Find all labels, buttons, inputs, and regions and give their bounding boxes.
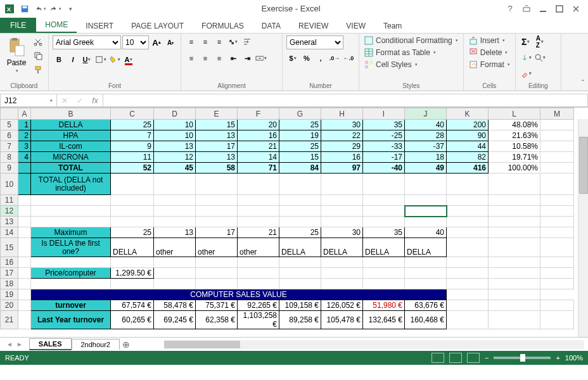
format-as-table-button[interactable]: Format as Table▾ [363,48,437,58]
paste-button[interactable]: Paste▾ [4,35,29,75]
decrease-indent-icon[interactable]: ⇤ [227,52,240,65]
svg-rect-21 [369,61,373,64]
align-center-icon[interactable]: ≡ [199,52,212,65]
collapse-ribbon-icon[interactable]: ˆ [582,79,584,88]
enter-formula-icon[interactable]: ✓ [72,96,87,105]
cell-styles-button[interactable]: Cell Styles▾ [363,60,419,70]
insert-cells-button[interactable]: Insert▾ [468,35,506,46]
table-row: 51DELLA251015202530354020048.08% [1,120,574,130]
horizontal-scrollbar[interactable] [164,340,584,349]
font-size-select[interactable]: 10 [122,35,149,49]
worksheet-grid[interactable]: ABCDEFGHIJKLM 51DELLA2510152025303540200… [0,108,588,337]
file-tab[interactable]: FILE [0,18,36,33]
tab-formulas[interactable]: FORMULAS [193,19,253,33]
bold-button[interactable]: B [53,53,65,66]
increase-indent-icon[interactable]: ⇥ [241,52,253,65]
cancel-formula-icon[interactable]: ✕ [57,96,72,105]
delete-cells-button[interactable]: Delete▾ [468,48,509,58]
group-alignment: ≡ ≡ ≡ ⤡▾ ≡ ≡ ≡ ⇤ ⇥ ▾ Alignment [181,34,283,91]
active-cell [405,206,447,217]
cut-icon[interactable] [32,35,44,48]
fill-color-icon[interactable]: ▾ [108,53,121,66]
orientation-icon[interactable]: ⤡▾ [227,35,240,48]
copy-icon[interactable] [32,49,44,62]
font-name-select[interactable]: Arial Greek [53,35,121,49]
minimize-icon[interactable] [535,2,551,16]
find-icon[interactable]: ▾ [534,51,546,64]
table-row: 73IL-com91317212529-33-374410.58% [1,141,574,152]
excel-icon[interactable]: X [3,2,16,16]
increase-decimal-icon[interactable]: .0→ [328,52,341,65]
font-label: Font [53,82,177,89]
zoom-in-button[interactable]: + [556,354,559,362]
tab-home[interactable]: HOME [36,18,77,33]
maximize-icon[interactable] [551,2,568,16]
align-bottom-icon[interactable]: ≡ [213,35,226,48]
help-icon[interactable]: ? [502,2,518,16]
border-icon[interactable]: ▾ [94,53,107,66]
sheet-next-icon: ► [16,341,23,348]
name-box[interactable]: J12▾ [0,94,57,107]
increase-font-icon[interactable]: A▴ [150,36,163,49]
zoom-out-button[interactable]: − [485,354,489,362]
currency-icon[interactable]: $▾ [286,52,299,65]
table-row: 21Last Year turnover60,265 €69,245 €62,3… [1,311,574,329]
align-middle-icon[interactable]: ≡ [199,35,212,48]
underline-button[interactable]: U▾ [80,53,93,66]
zoom-level[interactable]: 100% [565,354,583,362]
align-right-icon[interactable]: ≡ [213,52,226,65]
page-break-view-icon[interactable] [467,353,480,363]
decrease-font-icon[interactable]: A▾ [164,36,177,49]
tab-data[interactable]: DATA [253,19,290,33]
column-headers[interactable]: ABCDEFGHIJKLM [1,108,574,120]
sheet-tab-2ndhour2[interactable]: 2ndhour2 [72,339,120,350]
qat-customize-icon[interactable]: ▾ [63,2,77,16]
svg-rect-23 [369,65,373,68]
italic-button[interactable]: I [67,53,79,66]
save-icon[interactable] [18,2,32,16]
comma-icon[interactable]: , [314,52,327,65]
undo-icon[interactable]: ▾ [33,2,47,16]
fill-icon[interactable]: ▾ [520,51,532,64]
redo-icon[interactable]: ▾ [48,2,62,16]
normal-view-icon[interactable] [431,353,444,363]
tab-team[interactable]: Team [374,19,411,33]
align-top-icon[interactable]: ≡ [185,35,198,48]
table-row: 12 [1,206,574,217]
wrap-text-icon[interactable] [241,35,253,48]
percent-icon[interactable]: % [300,52,313,65]
tab-review[interactable]: REVIEW [290,19,337,33]
merge-center-icon[interactable]: ▾ [255,52,267,65]
svg-rect-6 [556,6,563,12]
tab-view[interactable]: VIEW [337,19,374,33]
page-layout-view-icon[interactable] [449,353,462,363]
vertical-scrollbar[interactable] [578,119,588,337]
svg-rect-20 [365,61,368,64]
conditional-formatting-button[interactable]: Conditional Formatting▾ [363,35,459,46]
sort-filter-icon[interactable]: AZ▾ [534,35,546,48]
paste-label: Paste [7,58,27,67]
svg-rect-24 [470,39,476,44]
sheet-prev-icon: ◄ [6,341,13,348]
number-format-select[interactable]: General [286,35,343,49]
clipboard-label: Clipboard [4,82,44,89]
tab-page-layout[interactable]: PAGE LAYOUT [122,19,193,33]
tab-insert[interactable]: INSERT [77,19,122,33]
clear-icon[interactable]: ▾ [520,67,532,80]
sheet-tab-sales[interactable]: SALES [29,338,72,350]
autosum-icon[interactable]: Σ▾ [520,35,532,48]
fx-icon[interactable]: fx [87,96,103,105]
format-cells-button[interactable]: Format▾ [468,60,511,70]
svg-rect-3 [23,6,27,8]
align-left-icon[interactable]: ≡ [185,52,198,65]
close-icon[interactable] [568,2,584,16]
format-painter-icon[interactable] [32,63,44,76]
ribbon-options-icon[interactable] [518,2,535,16]
font-color-icon[interactable]: A▾ [122,53,135,66]
add-sheet-button[interactable]: ⊕ [120,339,132,350]
formula-input[interactable] [103,94,588,107]
styles-label: Styles [363,82,459,89]
sheet-nav[interactable]: ◄► [0,341,29,348]
zoom-slider[interactable] [494,357,551,359]
decrease-decimal-icon[interactable]: ←.0 [342,52,355,65]
